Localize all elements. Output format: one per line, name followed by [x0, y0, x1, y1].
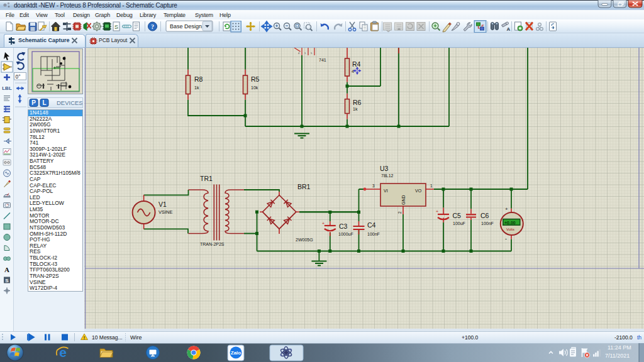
svg-text:100nF: 100nF — [367, 232, 380, 236]
svg-text:L: L — [42, 99, 46, 106]
svg-text:10k: 10k — [251, 85, 258, 90]
svg-text:C6: C6 — [480, 212, 489, 219]
svg-text:A: A — [4, 266, 9, 273]
svg-text:VO: VO — [415, 189, 422, 193]
svg-text:+: + — [322, 221, 325, 226]
svg-text:2: 2 — [397, 211, 402, 214]
svg-text:VSINE: VSINE — [158, 209, 173, 215]
svg-text:+: + — [436, 209, 438, 214]
svg-text:-: - — [505, 236, 507, 242]
svg-text:!: ! — [84, 336, 85, 340]
svg-text:V1: V1 — [158, 200, 167, 208]
svg-text:S: S — [114, 24, 118, 30]
svg-text:+: + — [505, 206, 508, 212]
svg-text:1: 1 — [430, 184, 433, 188]
svg-text:GND: GND — [401, 195, 406, 205]
svg-text:U3: U3 — [380, 165, 389, 172]
svg-text:1k: 1k — [194, 85, 199, 90]
svg-text:LBL: LBL — [2, 85, 12, 91]
svg-text:4: 4 — [352, 69, 354, 74]
svg-text:2W005G: 2W005G — [296, 238, 313, 242]
svg-text:+0.00: +0.00 — [504, 221, 516, 225]
svg-text:R6: R6 — [353, 99, 362, 106]
svg-text:Base Design: Base Design — [170, 23, 202, 30]
svg-text:S: S — [5, 278, 9, 283]
svg-text:VI: VI — [384, 189, 388, 193]
svg-text:TRAN-2P2S: TRAN-2P2S — [200, 242, 225, 246]
svg-text:DEVICES: DEVICES — [57, 99, 82, 106]
svg-text:3: 3 — [372, 184, 375, 188]
svg-text:100nF: 100nF — [481, 221, 494, 226]
svg-text:?: ? — [151, 23, 154, 30]
svg-text:100uF: 100uF — [453, 221, 465, 226]
svg-text:0°: 0° — [16, 74, 21, 80]
svg-text:C4: C4 — [367, 221, 376, 229]
svg-text:Zalo: Zalo — [231, 350, 242, 356]
svg-text:R5: R5 — [251, 75, 260, 83]
svg-text:78L12: 78L12 — [381, 173, 394, 178]
svg-text:1k: 1k — [353, 107, 358, 111]
svg-text:TR1: TR1 — [200, 175, 213, 182]
svg-text:A: A — [507, 26, 511, 32]
svg-text:C3: C3 — [339, 222, 348, 230]
svg-text:C5: C5 — [453, 212, 462, 219]
svg-text:741: 741 — [319, 58, 326, 62]
svg-text:P: P — [31, 99, 36, 106]
svg-text:1000uF: 1000uF — [338, 232, 353, 236]
svg-text:R8: R8 — [194, 75, 203, 83]
svg-text:BR1: BR1 — [297, 183, 311, 190]
svg-text:R4: R4 — [352, 60, 361, 68]
svg-text:Volts: Volts — [506, 228, 514, 231]
